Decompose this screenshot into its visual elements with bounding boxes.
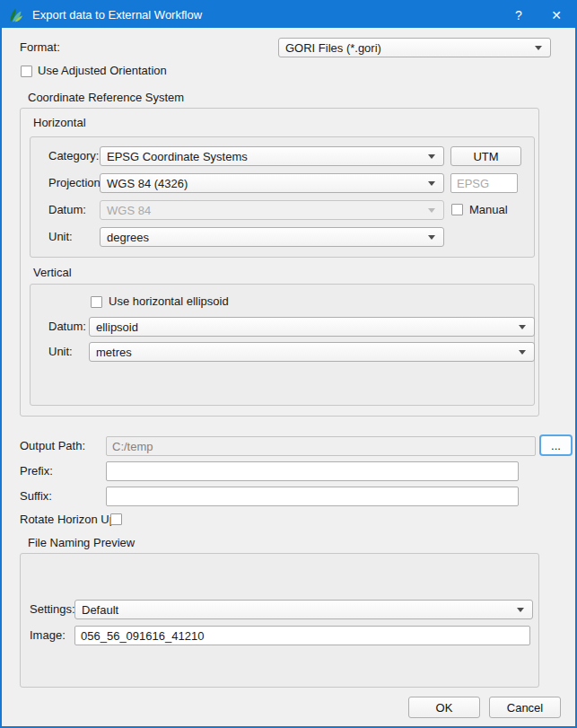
- vertical-datum-value: ellipsoid: [96, 320, 138, 334]
- format-label: Format:: [20, 38, 60, 57]
- file-naming-preview-title: File Naming Preview: [28, 533, 135, 553]
- horizontal-unit-combobox[interactable]: degrees: [100, 227, 444, 247]
- output-path-input: [106, 436, 536, 456]
- close-button[interactable]: ✕: [538, 2, 575, 28]
- datum-combobox: WGS 84: [100, 200, 444, 220]
- format-combobox[interactable]: GORI Files (*.gori): [278, 38, 551, 57]
- utm-button[interactable]: UTM: [450, 146, 521, 166]
- vertical-unit-value: metres: [96, 346, 132, 359]
- category-label: Category:: [48, 146, 99, 166]
- horizontal-group-box: Category: EPSG Coordinate Systems UTM Pr…: [30, 136, 535, 258]
- export-dialog: Export data to External Workflow ? ✕ For…: [0, 0, 577, 728]
- prefix-label: Prefix:: [20, 461, 53, 481]
- datum-value: WGS 84: [107, 204, 151, 217]
- format-value: GORI Files (*.gori): [285, 41, 381, 55]
- manual-label: Manual: [469, 200, 508, 220]
- suffix-label: Suffix:: [20, 487, 52, 506]
- vertical-group-box: Use horizontal ellipsoid Datum: ellipsoi…: [30, 284, 535, 406]
- rotate-horizon-up-checkbox[interactable]: [110, 513, 122, 525]
- category-value: EPSG Coordinate Systems: [107, 150, 248, 163]
- datum-label: Datum:: [48, 200, 86, 220]
- epsg-code-input[interactable]: [450, 173, 518, 193]
- help-button[interactable]: ?: [500, 2, 538, 28]
- prefix-input[interactable]: [106, 461, 519, 481]
- settings-label: Settings:: [30, 600, 75, 619]
- settings-value: Default: [82, 603, 118, 617]
- app-logo-icon: [8, 7, 24, 23]
- titlebar-buttons: ? ✕: [500, 2, 575, 28]
- vertical-group-title: Vertical: [33, 263, 72, 283]
- suffix-input[interactable]: [106, 487, 519, 506]
- use-adjusted-orientation-label: Use Adjusted Orientation: [38, 61, 167, 81]
- horizontal-unit-value: degrees: [107, 231, 149, 244]
- manual-checkbox[interactable]: [451, 204, 463, 215]
- vertical-unit-label: Unit:: [48, 342, 73, 362]
- crs-group-box: Horizontal Category: EPSG Coordinate Sys…: [20, 108, 539, 417]
- image-name-input[interactable]: [74, 626, 530, 645]
- use-adjusted-orientation-checkbox[interactable]: [21, 66, 32, 77]
- ok-button[interactable]: OK: [408, 697, 480, 718]
- browse-button[interactable]: ...: [539, 434, 573, 456]
- title-bar[interactable]: Export data to External Workflow ? ✕: [2, 2, 575, 28]
- crs-group-title: Coordinate Reference System: [28, 88, 184, 108]
- cancel-button[interactable]: Cancel: [489, 697, 561, 718]
- projection-combobox[interactable]: WGS 84 (4326): [100, 173, 444, 193]
- vertical-datum-combobox[interactable]: ellipsoid: [89, 317, 535, 337]
- projection-value: WGS 84 (4326): [107, 177, 188, 190]
- vertical-unit-combobox[interactable]: metres: [89, 342, 535, 362]
- use-horizontal-ellipsoid-checkbox[interactable]: [91, 296, 102, 308]
- horizontal-group-title: Horizontal: [33, 113, 86, 133]
- file-naming-preview-box: Settings: Default Image:: [20, 553, 539, 688]
- use-horizontal-ellipsoid-label: Use horizontal ellipsoid: [109, 292, 229, 311]
- image-label: Image:: [30, 626, 66, 645]
- window-title: Export data to External Workflow: [32, 8, 202, 22]
- horizontal-unit-label: Unit:: [48, 227, 73, 247]
- projection-label: Projection:: [48, 173, 103, 193]
- category-combobox[interactable]: EPSG Coordinate Systems: [100, 146, 444, 166]
- settings-combobox[interactable]: Default: [74, 600, 533, 619]
- output-path-label: Output Path:: [20, 436, 85, 456]
- vertical-datum-label: Datum:: [48, 317, 86, 337]
- rotate-horizon-up-label: Rotate Horizon Up:: [20, 510, 119, 530]
